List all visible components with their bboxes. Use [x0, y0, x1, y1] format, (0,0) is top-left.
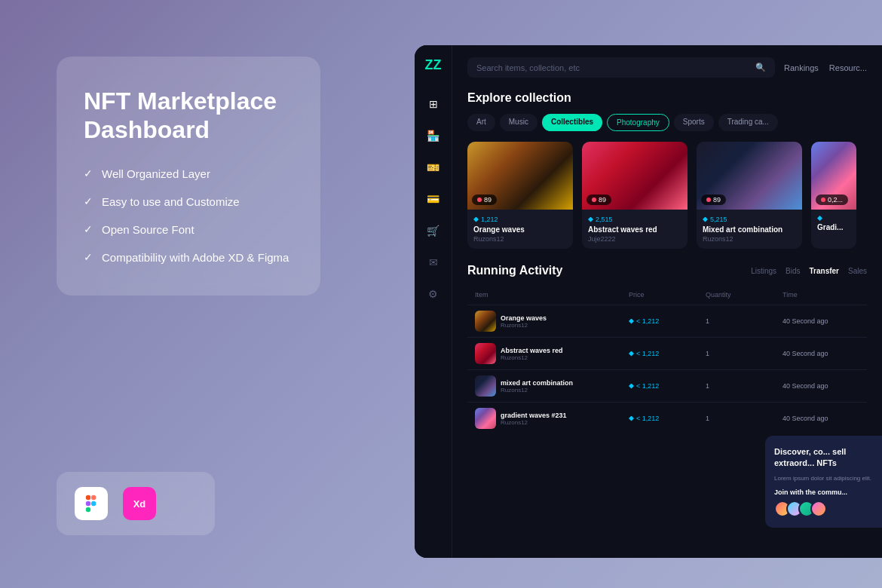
nav-link-resources[interactable]: Resourc...	[829, 63, 867, 72]
sidebar-item-gear[interactable]: ⚙	[420, 280, 447, 308]
nft-badge: 89	[701, 194, 726, 205]
row-thumbnail	[475, 408, 496, 429]
nft-card[interactable]: 89 2,515 Abstract waves red Juje2222	[582, 142, 688, 249]
sidebar-item-store[interactable]: 🏪	[420, 122, 447, 149]
nav-link-rankings[interactable]: Rankings	[784, 63, 819, 72]
row-thumbnail	[475, 311, 496, 332]
figma-icon	[75, 487, 108, 520]
page-title: NFT Marketplace Dashboard	[84, 87, 293, 145]
sidebar-item-ticket[interactable]: 🎫	[420, 154, 447, 181]
row-time: 40 Second ago	[782, 350, 859, 357]
row-item: Abstract waves red Ruzons12	[475, 343, 629, 364]
svg-rect-0	[86, 495, 90, 500]
activity-tab-transfer[interactable]: Transfer	[810, 267, 839, 275]
search-bar[interactable]: Search items, collection, etc 🔍	[467, 57, 775, 78]
category-tabs: Art Music Collectibles Photography Sport…	[467, 114, 867, 131]
activity-tab-listings[interactable]: Listings	[751, 267, 776, 275]
nft-name: Gradi...	[817, 223, 850, 231]
row-time: 40 Second ago	[782, 415, 859, 422]
main-content: Search items, collection, etc 🔍 Rankings…	[452, 45, 882, 558]
cat-tab-art[interactable]: Art	[467, 114, 495, 131]
row-thumbnail	[475, 375, 496, 397]
feature-item: ✓ Compatibility with Adobe XD & Figma	[84, 250, 293, 265]
cat-tab-photography[interactable]: Photography	[607, 114, 669, 131]
discover-subtitle: Join with the commu...	[774, 488, 873, 496]
activity-tabs: Listings Bids Transfer Sales	[751, 267, 867, 275]
activity-table: Item Price Quantity Time Orange waves Ru…	[467, 285, 867, 434]
nft-name: Mixed art combination	[703, 225, 796, 234]
search-icon[interactable]: 🔍	[755, 63, 766, 72]
nft-card-image: 0,2...	[811, 142, 856, 210]
avatar	[810, 501, 827, 517]
row-time: 40 Second ago	[782, 317, 859, 325]
left-panel: NFT Marketplace Dashboard ✓ Well Organiz…	[57, 57, 320, 296]
svg-rect-3	[86, 507, 90, 512]
nft-card-info: 5,215 Mixed art combination Ruzons12	[697, 210, 802, 249]
dashboard-mockup: ZZ ⊞ 🏪 🎫 💳 🛒 ✉ ⚙ Search items, collectio…	[415, 45, 882, 558]
cat-tab-music[interactable]: Music	[500, 114, 537, 131]
nft-card-info: 2,515 Abstract waves red Juje2222	[582, 210, 688, 249]
svg-point-4	[91, 501, 96, 506]
eth-icon	[629, 319, 634, 324]
row-quantity: 1	[706, 317, 782, 325]
nft-name: Orange waves	[473, 225, 567, 234]
discover-text: Lorem ipsum dolor sit adipiscing elit.	[774, 474, 873, 482]
nft-card[interactable]: 89 1,212 Orange waves Ruzons12	[467, 142, 573, 249]
row-item: gradient waves #231 Ruzons12	[475, 408, 629, 429]
nft-price: 1,212	[473, 216, 567, 223]
svg-rect-1	[91, 495, 96, 500]
table-row[interactable]: Abstract waves red Ruzons12 < 1,212 1 40…	[467, 338, 867, 370]
topbar: Search items, collection, etc 🔍 Rankings…	[467, 57, 867, 78]
table-row[interactable]: mixed art combination Ruzons12 < 1,212 1…	[467, 370, 867, 403]
cat-tab-collectibles[interactable]: Collectibles	[542, 114, 602, 131]
row-item: Orange waves Ruzons12	[475, 311, 629, 332]
eth-icon	[817, 216, 822, 221]
activity-header: Running Activity Listings Bids Transfer …	[467, 264, 867, 277]
row-price: < 1,212	[629, 382, 706, 390]
nft-card-image: 89	[582, 142, 688, 210]
sidebar: ZZ ⊞ 🏪 🎫 💳 🛒 ✉ ⚙	[415, 45, 452, 558]
check-icon: ✓	[84, 167, 93, 182]
nft-price	[817, 216, 850, 221]
check-icon: ✓	[84, 194, 93, 210]
nft-author: Ruzons12	[703, 235, 796, 243]
eth-icon	[473, 217, 479, 222]
feature-item: ✓ Open Source Font	[84, 222, 293, 237]
tools-box: Xd	[57, 472, 215, 535]
activity-title: Running Activity	[467, 264, 563, 277]
check-icon: ✓	[84, 222, 93, 237]
nft-card[interactable]: 0,2... Gradi...	[811, 142, 856, 249]
row-info: gradient waves #231 Ruzons12	[501, 412, 567, 426]
heart-icon	[592, 198, 596, 202]
row-item: mixed art combination Ruzons12	[475, 375, 629, 397]
eth-icon	[703, 217, 708, 222]
activity-tab-sales[interactable]: Sales	[848, 267, 867, 275]
sidebar-item-cart[interactable]: 🛒	[420, 217, 447, 244]
nft-card-info: Gradi...	[811, 210, 856, 239]
discover-panel: Discover, co... sell extraord... NFTs Lo…	[765, 436, 882, 528]
nft-price: 2,515	[588, 216, 681, 223]
avatar-group	[774, 501, 873, 517]
search-placeholder-text: Search items, collection, etc	[476, 63, 749, 72]
heart-icon	[706, 198, 711, 202]
cat-tab-trading[interactable]: Trading ca...	[718, 114, 778, 131]
nft-badge: 89	[586, 194, 611, 205]
cat-tab-sports[interactable]: Sports	[674, 114, 714, 131]
nft-card[interactable]: 89 5,215 Mixed art combination Ruzons12	[697, 142, 802, 249]
sidebar-item-mail[interactable]: ✉	[420, 249, 447, 276]
sidebar-item-grid[interactable]: ⊞	[420, 90, 447, 118]
nav-links: Rankings Resourc...	[784, 63, 867, 72]
eth-icon	[629, 351, 634, 357]
table-row[interactable]: gradient waves #231 Ruzons12 < 1,212 1 4…	[467, 403, 867, 434]
table-row[interactable]: Orange waves Ruzons12 < 1,212 1 40 Secon…	[467, 305, 867, 338]
nft-cards: 89 1,212 Orange waves Ruzons12	[467, 142, 867, 249]
feature-list: ✓ Well Organized Layer ✓ Easy to use and…	[84, 166, 293, 265]
row-info: mixed art combination Ruzons12	[501, 379, 573, 394]
feature-item: ✓ Well Organized Layer	[84, 166, 293, 182]
svg-rect-2	[86, 501, 90, 506]
nft-name: Abstract waves red	[588, 225, 681, 234]
activity-tab-bids[interactable]: Bids	[786, 267, 800, 275]
row-info: Orange waves Ruzons12	[501, 314, 547, 329]
row-quantity: 1	[706, 382, 782, 390]
sidebar-item-card[interactable]: 💳	[420, 185, 447, 213]
